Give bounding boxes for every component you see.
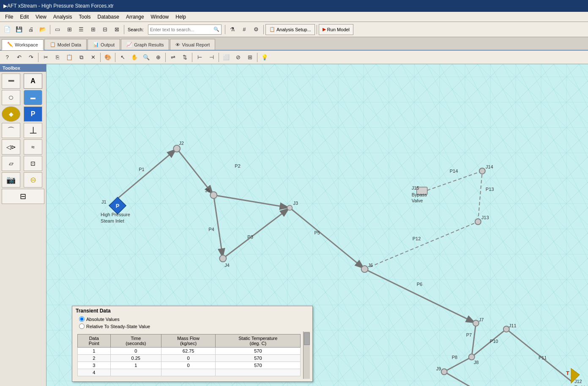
tab-output[interactable]: 📊 Output bbox=[88, 39, 120, 50]
block-button[interactable]: ⊘ bbox=[232, 52, 243, 63]
col-time: Time(seconds) bbox=[110, 334, 161, 348]
camera-tool[interactable]: 📷 bbox=[2, 172, 20, 188]
menu-analysis[interactable]: Analysis bbox=[50, 13, 76, 21]
undo-button[interactable]: ↶ bbox=[14, 52, 25, 63]
radio-relative[interactable] bbox=[79, 323, 85, 329]
search-input[interactable] bbox=[150, 27, 213, 32]
pipe-P8[interactable] bbox=[444, 357, 472, 372]
node-J11[interactable] bbox=[503, 326, 509, 332]
redo-button[interactable]: ↷ bbox=[25, 52, 36, 63]
flow-control-tool[interactable]: ◈ bbox=[2, 106, 20, 122]
node-J7[interactable] bbox=[473, 320, 479, 326]
pipe-P10[interactable] bbox=[472, 329, 506, 357]
split-button[interactable]: ⊞ bbox=[64, 24, 75, 35]
menu-edit[interactable]: Edit bbox=[16, 13, 32, 21]
node-J9[interactable] bbox=[441, 369, 447, 375]
new-button[interactable]: 📄 bbox=[2, 24, 13, 35]
cut-button[interactable]: ✂ bbox=[40, 52, 51, 63]
menu-tools[interactable]: Tools bbox=[76, 13, 94, 21]
menu-view[interactable]: View bbox=[32, 13, 50, 21]
text-tool[interactable]: A bbox=[24, 73, 42, 89]
align-right-button[interactable]: ⊣ bbox=[206, 52, 217, 63]
light-button[interactable]: 💡 bbox=[259, 52, 270, 63]
paste-button[interactable]: 📋 bbox=[64, 52, 75, 63]
table-button[interactable]: ⊟ bbox=[99, 24, 110, 35]
pipe-tool[interactable]: ━ bbox=[2, 73, 20, 89]
valve2-tool[interactable]: ≈ bbox=[24, 139, 42, 155]
layer-button[interactable]: ⊞ bbox=[244, 52, 255, 63]
node-J13[interactable] bbox=[475, 219, 481, 225]
grid-button[interactable]: ⊞ bbox=[88, 24, 98, 35]
chart-button[interactable]: # bbox=[239, 24, 250, 35]
menu-window[interactable]: Window bbox=[148, 13, 172, 21]
table-scrollbar[interactable] bbox=[303, 332, 310, 379]
rect-button[interactable]: ▭ bbox=[52, 24, 63, 35]
pipe-label-P5: P5 bbox=[314, 230, 320, 235]
align-left-button[interactable]: ⊢ bbox=[194, 52, 205, 63]
pipe-P6[interactable] bbox=[365, 269, 476, 323]
tab-model-data[interactable]: 📋 Model Data bbox=[44, 39, 87, 50]
node-J3[interactable] bbox=[287, 205, 292, 210]
find-button[interactable]: ⊕ bbox=[153, 52, 164, 63]
canvas-area[interactable]: P T T P1 P2 P4 P3 P5 P6 P7 P8 P9 P10 P11… bbox=[46, 64, 588, 386]
bend-tool[interactable]: ⌒ bbox=[2, 123, 20, 138]
save-button[interactable]: 💾 bbox=[14, 24, 25, 35]
group-button[interactable]: ⬜ bbox=[221, 52, 232, 63]
node-J6[interactable] bbox=[361, 266, 368, 272]
pipe-P1[interactable] bbox=[109, 149, 177, 206]
menu-database[interactable]: Database bbox=[94, 13, 123, 21]
pipe-P13[interactable] bbox=[478, 171, 482, 222]
node-J5[interactable] bbox=[210, 192, 217, 198]
box-tool[interactable]: ⊡ bbox=[24, 156, 42, 171]
node-J8[interactable] bbox=[469, 354, 475, 360]
list-button[interactable]: ☰ bbox=[76, 24, 87, 35]
tab-graph-results[interactable]: 📈 Graph Results bbox=[121, 39, 169, 50]
gear-button[interactable]: ⚙ bbox=[251, 24, 262, 35]
expand-button[interactable]: ⊠ bbox=[111, 24, 122, 35]
cell-r1-c0: 2 bbox=[78, 355, 111, 362]
pipe-P9[interactable] bbox=[444, 372, 534, 386]
pipe-P12[interactable] bbox=[365, 222, 478, 269]
cylinder-tool[interactable]: ▬ bbox=[24, 90, 42, 105]
select-button[interactable]: ↖ bbox=[117, 52, 128, 63]
print-button[interactable]: 🖨 bbox=[25, 24, 36, 35]
delete-button[interactable]: ✕ bbox=[88, 52, 98, 63]
help-button[interactable]: ? bbox=[2, 52, 13, 63]
analysis-setup-button[interactable]: 📋 Analysis Setup... bbox=[265, 24, 315, 35]
menu-file[interactable]: File bbox=[2, 13, 16, 21]
gauge-tool[interactable]: ⊖ bbox=[24, 172, 42, 188]
connector-tool[interactable]: ⊟ bbox=[2, 189, 44, 204]
tab-workspace[interactable]: ✏️ Workspace bbox=[2, 39, 44, 50]
node-J2[interactable] bbox=[173, 145, 180, 152]
tee-tool[interactable]: ⊥ bbox=[24, 123, 42, 138]
zoom-button[interactable]: 🔍 bbox=[141, 52, 152, 63]
search-icon[interactable]: 🔍 bbox=[213, 27, 219, 32]
menu-help[interactable]: Help bbox=[172, 13, 189, 21]
pipe-P14[interactable] bbox=[422, 171, 482, 192]
flip-v-button[interactable]: ⇅ bbox=[179, 52, 190, 63]
copy-button[interactable]: ⎘ bbox=[52, 52, 63, 63]
valve-tool[interactable]: ◁⊳ bbox=[2, 139, 20, 155]
run-model-button[interactable]: ▶ Run Model bbox=[319, 24, 353, 35]
node-J4[interactable] bbox=[219, 255, 226, 262]
pipe-P4[interactable] bbox=[213, 195, 223, 258]
tab-visual-report[interactable]: 👁 Visual Report bbox=[170, 39, 215, 50]
pipe-P3[interactable] bbox=[213, 195, 290, 208]
pump-tool[interactable]: P bbox=[24, 106, 42, 122]
flask-button[interactable]: ⚗ bbox=[227, 24, 238, 35]
clone-button[interactable]: ⧉ bbox=[76, 52, 87, 63]
secondary-toolbar: ? ↶ ↷ ✂ ⎘ 📋 ⧉ ✕ 🎨 ↖ ✋ 🔍 ⊕ ⇌ ⇅ ⊢ ⊣ ⬜ ⊘ ⊞ … bbox=[0, 51, 588, 64]
rect-tool[interactable]: ▱ bbox=[2, 156, 20, 171]
pipe-P3b[interactable] bbox=[223, 208, 290, 258]
pipe-P5[interactable] bbox=[290, 208, 364, 269]
sep-a bbox=[38, 53, 38, 62]
color-button[interactable]: 🎨 bbox=[102, 52, 113, 63]
menu-arrange[interactable]: Arrange bbox=[123, 13, 148, 21]
pan-button[interactable]: ✋ bbox=[129, 52, 140, 63]
radio-absolute[interactable] bbox=[79, 316, 85, 322]
open-button[interactable]: 📂 bbox=[37, 24, 48, 35]
flip-h-button[interactable]: ⇌ bbox=[167, 52, 178, 63]
pipe-P7[interactable] bbox=[472, 323, 476, 357]
node-J14[interactable] bbox=[479, 168, 485, 174]
circle-tool[interactable]: ○ bbox=[2, 90, 20, 105]
